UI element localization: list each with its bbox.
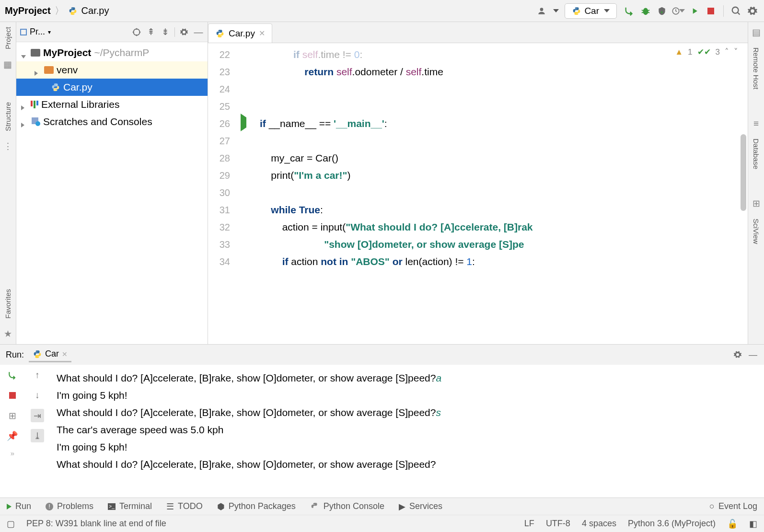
chevron-right-icon[interactable] <box>35 67 41 73</box>
svg-line-5 <box>648 12 650 12</box>
minimize-icon[interactable]: — <box>748 349 758 360</box>
chevron-down-icon[interactable] <box>21 49 28 56</box>
settings-icon[interactable] <box>746 4 759 18</box>
project-tree[interactable]: MyProject ~/PycharmP venv Car.py Externa… <box>16 42 208 132</box>
structure-tool-button[interactable]: Structure <box>4 102 12 131</box>
python-file-icon <box>68 6 78 16</box>
chevron-right-icon[interactable] <box>21 118 28 125</box>
warning-icon: ▲ <box>675 47 683 57</box>
tool-windows-icon[interactable]: ▢ <box>7 519 15 529</box>
python-console-button[interactable]: Python Console <box>310 501 384 511</box>
interpreter[interactable]: Python 3.6 (MyProject) <box>628 519 716 529</box>
svg-marker-8 <box>693 8 697 14</box>
locate-icon[interactable] <box>131 27 142 37</box>
chevron-up-icon[interactable]: ˄ <box>725 47 729 57</box>
gear-icon[interactable] <box>179 27 189 37</box>
down-icon[interactable]: ↓ <box>31 389 44 402</box>
scrollbar-thumb[interactable] <box>741 134 746 211</box>
run-tool-button[interactable]: Run <box>7 501 31 511</box>
collapse-all-icon[interactable]: ⇟ <box>160 27 171 37</box>
scroll-end-icon[interactable]: ⤓ <box>31 429 44 442</box>
problems-tool-button[interactable]: !Problems <box>46 501 93 511</box>
tree-scratches[interactable]: Scratches and Consoles <box>16 113 208 130</box>
inspection-widget[interactable]: ▲1 ✔✔3 ˄ ˅ <box>675 47 738 57</box>
profile-button[interactable] <box>671 4 685 18</box>
pin-icon[interactable]: 📌 <box>6 429 19 442</box>
coverage-button[interactable] <box>655 4 669 18</box>
console-output[interactable]: What should I do? [A]ccelerate, [B]rake,… <box>50 365 764 497</box>
status-bar: ▢ PEP 8: W391 blank line at end of file … <box>0 515 764 532</box>
indent[interactable]: 4 spaces <box>582 519 616 529</box>
folder-icon <box>44 66 54 74</box>
todo-tool-button[interactable]: ☰TODO <box>166 501 203 512</box>
event-log-button[interactable]: ○Event Log <box>709 501 757 511</box>
stop-button[interactable] <box>704 4 718 18</box>
close-icon[interactable]: ✕ <box>62 350 68 358</box>
stop-button[interactable] <box>6 389 19 402</box>
svg-line-4 <box>642 12 644 12</box>
tree-file-selected[interactable]: Car.py <box>16 79 208 96</box>
run-button[interactable] <box>623 4 636 18</box>
remote-host-icon: ▤ <box>752 27 761 38</box>
project-icon: ▦ <box>3 59 13 69</box>
breadcrumb[interactable]: MyProject 〉 Car.py <box>5 4 109 17</box>
ide-icon[interactable]: ◧ <box>749 519 757 529</box>
editor-tabs: Car.py ✕ <box>208 22 748 43</box>
soft-wrap-icon[interactable]: ⇥ <box>31 409 44 422</box>
layout-icon[interactable]: ⊞ <box>6 409 19 422</box>
search-icon[interactable] <box>729 4 743 18</box>
run-header: Run: Car ✕ — <box>0 345 764 365</box>
favorites-tool-button[interactable]: Favorites <box>4 289 12 319</box>
code-editor[interactable]: 22232425262728293031323334 if self.time … <box>208 43 748 344</box>
debug-button[interactable] <box>639 4 652 18</box>
minimize-icon[interactable]: — <box>193 27 204 37</box>
run-tab[interactable]: Car ✕ <box>29 347 71 362</box>
navigation-bar: MyProject 〉 Car.py Car <box>0 0 764 22</box>
breadcrumb-project[interactable]: MyProject <box>5 5 51 16</box>
code-content[interactable]: if self.time != 0: return self.odometer … <box>260 43 748 344</box>
status-message: PEP 8: W391 blank line at end of file <box>26 519 166 529</box>
encoding[interactable]: UTF-8 <box>546 519 570 529</box>
project-view-selector[interactable]: Pr... ▾ <box>20 27 51 37</box>
close-tab-icon[interactable]: ✕ <box>259 29 265 38</box>
lock-icon[interactable]: 🔓 <box>727 519 738 529</box>
svg-point-11 <box>133 29 139 35</box>
expand-all-icon[interactable]: ⇞ <box>146 27 156 37</box>
run-toolbar-left2: ↑ ↓ ⇥ ⤓ <box>25 365 50 497</box>
database-button[interactable]: Database <box>752 139 760 169</box>
line-gutter[interactable]: 22232425262728293031323334 <box>208 43 235 344</box>
project-tool-button[interactable]: Project <box>4 27 12 49</box>
project-panel: Pr... ▾ ⇞ ⇟ — MyProject ~/PycharmP venv <box>16 22 208 344</box>
run-config-label: Car <box>584 6 599 16</box>
run-toolbar-left: ⊞ 📌 » <box>0 365 25 497</box>
chevron-down-icon[interactable]: ˅ <box>734 47 738 57</box>
left-tool-strip: Project ▦ Structure ⋮⋮ Favorites ★ <box>0 22 16 344</box>
line-separator[interactable]: LF <box>524 519 534 529</box>
python-file-icon <box>51 82 60 92</box>
tree-venv[interactable]: venv <box>16 61 208 79</box>
user-icon[interactable] <box>535 4 548 18</box>
right-tool-strip: ▤ Remote Host ≡ Database ⊞ SciView <box>748 22 764 344</box>
sciview-button[interactable]: SciView <box>752 219 760 244</box>
run-title: Run: <box>6 350 24 360</box>
tree-root[interactable]: MyProject ~/PycharmP <box>16 44 208 61</box>
rerun-button[interactable] <box>6 369 19 382</box>
up-icon[interactable]: ↑ <box>31 369 44 382</box>
gutter-icons <box>235 43 260 344</box>
remote-host-button[interactable]: Remote Host <box>752 47 760 90</box>
terminal-tool-button[interactable]: >_Terminal <box>108 501 152 511</box>
run-gutter-icon[interactable] <box>241 117 246 128</box>
packages-tool-button[interactable]: ⬢Python Packages <box>217 501 296 512</box>
services-tool-button[interactable]: ▶Services <box>399 501 442 512</box>
scratches-icon <box>31 117 40 126</box>
gear-icon[interactable] <box>732 349 743 360</box>
chevron-right-icon[interactable] <box>21 101 28 108</box>
breadcrumb-file[interactable]: Car.py <box>81 5 109 16</box>
editor-tab[interactable]: Car.py ✕ <box>208 23 272 43</box>
tree-external-libs[interactable]: External Libraries <box>16 96 208 113</box>
attach-button[interactable] <box>688 4 701 18</box>
svg-point-0 <box>540 8 544 11</box>
dropdown-icon[interactable] <box>553 9 559 12</box>
folder-icon <box>31 49 40 57</box>
run-config-selector[interactable]: Car <box>565 3 617 19</box>
